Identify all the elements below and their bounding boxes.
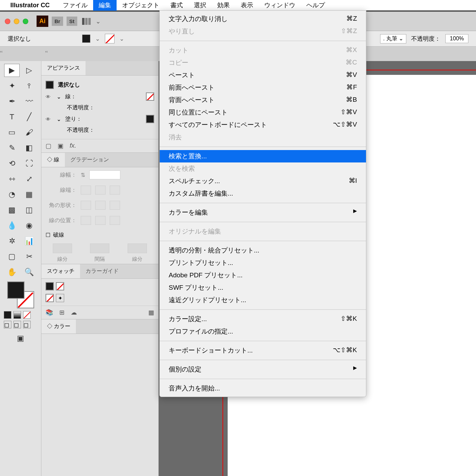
- stroke-swatch[interactable]: [105, 34, 115, 43]
- menuitem-カラーを編集[interactable]: カラーを編集▶: [160, 206, 366, 219]
- menu-edit[interactable]: 編集: [93, 0, 117, 11]
- none-mode-icon[interactable]: [23, 311, 31, 319]
- cap-butt[interactable]: [81, 186, 91, 195]
- fill-swatch[interactable]: [82, 34, 90, 43]
- eyedropper-tool[interactable]: 💧: [4, 219, 20, 232]
- screen-mode-icon[interactable]: ▣: [13, 332, 28, 345]
- menuitem-すべてのアートボードにペースト[interactable]: すべてのアートボードにペースト⌥⇧⌘V: [160, 119, 366, 131]
- menu-type[interactable]: 書式: [165, 0, 188, 11]
- menu-object[interactable]: オブジェクト: [117, 0, 165, 11]
- opacity-value[interactable]: 100%: [445, 34, 468, 43]
- maximize-icon[interactable]: [23, 19, 28, 24]
- new-stroke-icon[interactable]: ▢: [46, 142, 51, 150]
- visibility-icon[interactable]: 👁: [46, 116, 52, 122]
- shape-builder-tool[interactable]: ◔: [4, 188, 20, 201]
- menu-effect[interactable]: 効果: [212, 0, 235, 11]
- color-tab[interactable]: ◇ カラー: [41, 319, 76, 334]
- artboard-tool[interactable]: ▢: [4, 250, 20, 263]
- fill-value-swatch[interactable]: [146, 115, 154, 123]
- menuitem-プロファイルの指定[interactable]: プロファイルの指定...: [160, 325, 366, 338]
- menuitem-プリントプリセット[interactable]: プリントプリセット...: [160, 257, 366, 269]
- bridge-button[interactable]: Br: [52, 17, 63, 26]
- corner-miter[interactable]: [81, 201, 91, 210]
- menu-view[interactable]: 表示: [235, 0, 259, 11]
- gradient-tab[interactable]: グラデーション: [65, 153, 115, 167]
- align-center[interactable]: [81, 216, 91, 225]
- fill-stroke-control[interactable]: [7, 281, 34, 308]
- rotate-tool[interactable]: ⟲: [4, 157, 20, 170]
- stroke-width-input[interactable]: [89, 170, 120, 179]
- selection-tool[interactable]: ▶: [4, 64, 20, 77]
- visibility-icon[interactable]: 👁: [46, 94, 52, 100]
- stroke-tab[interactable]: ◇ 線: [41, 153, 65, 167]
- app-name[interactable]: Illustrator CC: [10, 2, 50, 9]
- stock-button[interactable]: St: [67, 17, 77, 26]
- draw-normal-icon[interactable]: ◻: [4, 321, 11, 328]
- close-icon[interactable]: [5, 19, 10, 24]
- menuitem-背面へペースト[interactable]: 背面へペースト⌘B: [160, 94, 366, 106]
- graph-tool[interactable]: 📊: [21, 235, 37, 248]
- direct-selection-tool[interactable]: ▷: [21, 64, 37, 77]
- collapse-panels-icon[interactable]: ‹‹: [45, 47, 50, 60]
- registration-swatch[interactable]: ✦: [56, 294, 64, 302]
- menuitem-文字入力の取り消し[interactable]: 文字入力の取り消し⌘Z: [160, 13, 366, 25]
- swatch-none[interactable]: [56, 282, 64, 290]
- gradient-tool[interactable]: ◫: [21, 204, 37, 217]
- swatch-kind-icon[interactable]: ⊞: [59, 309, 65, 316]
- swatch-item[interactable]: [46, 282, 54, 290]
- type-tool[interactable]: T: [4, 110, 20, 123]
- zoom-tool[interactable]: 🔍: [21, 266, 37, 279]
- corner-round[interactable]: [95, 201, 106, 210]
- menuitem-検索と置換[interactable]: 検索と置換...: [160, 150, 366, 162]
- menuitem-スペルチェック[interactable]: スペルチェック...⌘I: [160, 175, 366, 187]
- align-outside[interactable]: [110, 216, 120, 225]
- symbol-sprayer-tool[interactable]: ✲: [4, 235, 20, 248]
- color-guide-tab[interactable]: カラーガイド: [80, 264, 124, 278]
- pen-tool[interactable]: ✒: [4, 95, 20, 108]
- menuitem-遠近グリッドプリセット[interactable]: 遠近グリッドプリセット...: [160, 294, 366, 306]
- brush-select[interactable]: . 丸筆 ⌄: [380, 34, 406, 43]
- hand-tool[interactable]: ✋: [4, 266, 20, 279]
- mesh-tool[interactable]: ▩: [4, 204, 20, 217]
- menuitem-キーボードショートカット[interactable]: キーボードショートカット...⌥⇧⌘K: [160, 344, 366, 357]
- stroke-value-swatch[interactable]: [146, 92, 154, 101]
- rectangle-tool[interactable]: ▭: [4, 126, 20, 139]
- menuitem-前面へペースト[interactable]: 前面へペースト⌘F: [160, 81, 366, 94]
- scale-tool[interactable]: ⛶: [21, 157, 37, 170]
- draw-inside-icon[interactable]: ◻: [23, 321, 31, 328]
- menu-select[interactable]: 選択: [188, 0, 212, 11]
- dashed-checkbox[interactable]: ☐: [46, 232, 50, 238]
- menuitem-swfプリセット[interactable]: SWF プリセット...: [160, 281, 366, 294]
- arrange-documents-icon[interactable]: [81, 17, 92, 26]
- collapse-tools-icon[interactable]: ‹‹: [0, 47, 5, 60]
- menuitem-カスタム辞書を編集[interactable]: カスタム辞書を編集...: [160, 187, 366, 200]
- cap-round[interactable]: [95, 186, 106, 195]
- menuitem-透明の分割・統合プリセット[interactable]: 透明の分割・統合プリセット...: [160, 244, 366, 257]
- curvature-tool[interactable]: 〰: [21, 95, 37, 108]
- swatch-none[interactable]: [46, 294, 54, 302]
- stroke-width-stepper[interactable]: ⇅: [81, 172, 85, 178]
- lasso-tool[interactable]: ⫯: [21, 79, 37, 92]
- draw-behind-icon[interactable]: ◻: [13, 321, 21, 328]
- blend-tool[interactable]: ◉: [21, 219, 37, 232]
- swatches-tab[interactable]: スウォッチ: [41, 264, 80, 278]
- menuitem-ペースト[interactable]: ペースト⌘V: [160, 69, 366, 81]
- shaper-tool[interactable]: ✎: [4, 141, 20, 155]
- width-tool[interactable]: ⇿: [4, 172, 20, 186]
- cap-projecting[interactable]: [110, 186, 120, 195]
- swatch-lib-icon[interactable]: 📚: [46, 309, 53, 316]
- line-tool[interactable]: ╱: [21, 110, 37, 123]
- menuitem-カラー設定[interactable]: カラー設定...⇧⌘K: [160, 313, 366, 325]
- perspective-tool[interactable]: ▦: [21, 188, 37, 201]
- minimize-icon[interactable]: [14, 19, 19, 24]
- magic-wand-tool[interactable]: ✦: [4, 79, 20, 92]
- menuitem-adobepdfプリセット[interactable]: Adobe PDF プリセット...: [160, 269, 366, 281]
- gradient-mode-icon[interactable]: [13, 311, 21, 319]
- corner-bevel[interactable]: [110, 201, 120, 210]
- color-mode-icon[interactable]: [4, 311, 11, 319]
- free-transform-tool[interactable]: ⤢: [21, 172, 37, 186]
- new-fill-icon[interactable]: ▣: [58, 142, 63, 150]
- menuitem-同じ位置にペースト[interactable]: 同じ位置にペースト⇧⌘V: [160, 106, 366, 119]
- slice-tool[interactable]: ✂: [21, 250, 37, 263]
- menuitem-個別の設定[interactable]: 個別の設定▶: [160, 363, 366, 376]
